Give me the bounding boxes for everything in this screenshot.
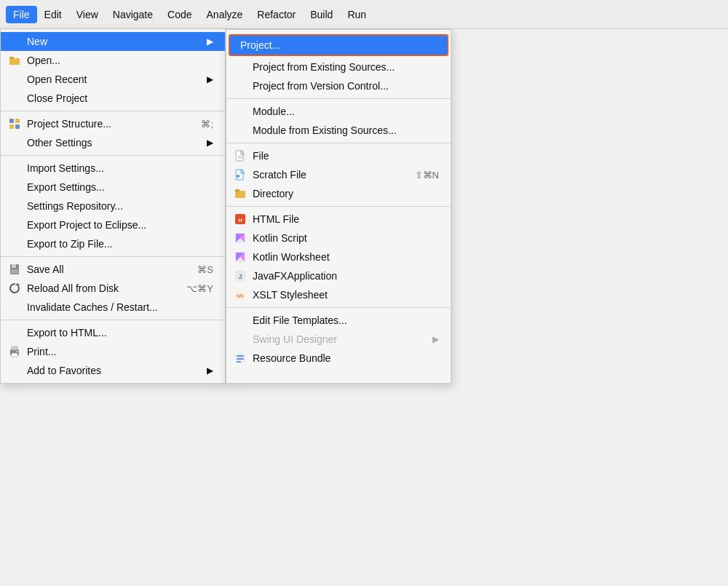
svg-marker-9 [15,283,20,285]
print-icon [8,345,21,358]
menubar-code[interactable]: Code [160,6,199,23]
menu-item-project-structure[interactable]: Project Structure... ⌘; [1,114,225,133]
open-label: Open... [27,55,60,66]
javafx-icon: J [234,269,247,282]
menu-item-add-favorites[interactable]: Add to Favorites ▶ [1,361,225,380]
menubar-edit[interactable]: Edit [37,6,69,23]
resource-icon [234,352,247,365]
menu-item-project-vcs[interactable]: Project from Version Control... [226,76,451,95]
svg-rect-7 [12,264,16,268]
open-recent-label: Open Recent [27,74,87,85]
menu-item-export-html[interactable]: Export to HTML... [1,323,225,342]
menu-item-new[interactable]: New ▶ [1,32,225,51]
arrow-icon-favorites: ▶ [207,365,213,376]
save-all-shortcut: ⌘S [180,264,213,275]
menu-item-kotlin-script[interactable]: Kotlin Script [226,229,451,248]
menu-item-other-settings[interactable]: Other Settings ▶ [1,133,225,152]
other-settings-label: Other Settings [27,137,92,149]
project-highlighted-box: Project... [229,34,448,56]
export-eclipse-label: Export Project to Eclipse... [27,219,146,231]
menu-item-export-settings[interactable]: Export Settings... [1,178,225,197]
menu-item-directory[interactable]: Directory [226,184,451,203]
menubar-run[interactable]: Run [340,6,373,23]
svg-text:</>: </> [237,293,244,298]
menu-item-export-eclipse[interactable]: Export Project to Eclipse... [1,215,225,234]
module-existing-label: Module from Existing Sources... [253,124,397,136]
svg-rect-4 [9,124,14,129]
menu-item-print[interactable]: Print... [1,342,225,361]
file-icon [234,149,247,162]
swing-designer-label: Swing UI Designer [253,333,337,345]
kotlin-script-label: Kotlin Script [253,232,307,244]
menu-item-module-existing[interactable]: Module from Existing Sources... [226,121,451,140]
scratch-shortcut: ⇧⌘N [397,170,439,181]
menubar-refactor[interactable]: Refactor [250,6,303,23]
svg-rect-11 [12,347,17,350]
menubar-navigate[interactable]: Navigate [106,6,160,23]
menubar-file[interactable]: File [6,6,37,23]
add-favorites-label: Add to Favorites [27,365,101,376]
svg-rect-20 [235,189,240,192]
menu-item-xslt[interactable]: </> XSLT Stylesheet [226,285,451,304]
import-settings-label: Import Settings... [27,162,104,174]
export-html-label: Export to HTML... [27,327,107,338]
menu-item-project[interactable]: Project... [230,36,447,55]
menu-item-edit-templates[interactable]: Edit File Templates... [226,311,451,330]
close-project-label: Close Project [27,92,87,104]
scratch-icon [234,168,247,181]
project-existing-label: Project from Existing Sources... [253,61,395,73]
menu-item-project-existing[interactable]: Project from Existing Sources... [226,58,451,76]
menu-item-import-settings[interactable]: Import Settings... [1,159,225,178]
export-zip-label: Export to Zip File... [27,238,112,250]
folder-icon [8,54,21,67]
menu-item-invalidate[interactable]: Invalidate Caches / Restart... [1,298,225,317]
edit-templates-label: Edit File Templates... [253,314,347,326]
menu-item-export-zip[interactable]: Export to Zip File... [1,234,225,253]
menu-item-open[interactable]: Open... [1,51,225,70]
svg-rect-35 [237,358,244,360]
project-vcs-label: Project from Version Control... [253,80,389,92]
menu-item-close-project[interactable]: Close Project [1,89,225,108]
invalidate-label: Invalidate Caches / Restart... [27,301,158,313]
xslt-icon: </> [234,288,247,301]
menu-item-resource-bundle[interactable]: Resource Bundle [226,349,451,368]
new-separator-2 [226,143,451,143]
menu-item-swing-designer: Swing UI Designer ▶ [226,330,451,349]
menubar: File Edit View Navigate Code Analyze Ref… [0,0,728,29]
directory-label: Directory [253,188,293,199]
menu-item-javafx[interactable]: J JavaFXApplication [226,266,451,285]
project-struct-icon [8,117,21,130]
separator-1 [1,111,225,111]
html-icon: H [234,213,247,226]
resource-bundle-label: Resource Bundle [253,352,331,364]
menu-item-html-file[interactable]: H HTML File [226,210,451,229]
menubar-analyze[interactable]: Analyze [199,6,250,23]
menu-item-file[interactable]: File [226,146,451,165]
menu-item-settings-repo[interactable]: Settings Repository... [1,197,225,215]
menu-item-open-recent[interactable]: Open Recent ▶ [1,70,225,89]
reload-icon [8,282,21,295]
menu-item-reload[interactable]: Reload All from Disk ⌥⌘Y [1,279,225,298]
file-menu-dropdown: New ▶ Open... Open Recent ▶ Close Projec… [0,29,226,384]
svg-rect-34 [237,355,244,357]
kotlin-worksheet-icon [234,250,247,264]
menu-item-module[interactable]: Module... [226,102,451,121]
arrow-icon-recent: ▶ [207,74,213,84]
menu-item-scratch[interactable]: Scratch File ⇧⌘N [226,165,451,184]
file-label: File [253,150,269,162]
svg-rect-0 [9,58,20,65]
settings-repo-label: Settings Repository... [27,200,123,212]
separator-4 [1,320,225,320]
scratch-label: Scratch File [253,169,306,181]
arrow-icon-swing: ▶ [432,334,439,344]
svg-rect-36 [237,361,241,363]
module-label: Module... [253,106,295,117]
menubar-view[interactable]: View [69,6,106,23]
menu-item-kotlin-worksheet[interactable]: Kotlin Worksheet [226,248,451,266]
menu-item-save-all[interactable]: Save All ⌘S [1,260,225,279]
new-label: New [27,36,47,47]
project-structure-shortcut: ⌘; [183,119,213,130]
svg-point-13 [17,351,18,352]
kotlin-worksheet-label: Kotlin Worksheet [253,251,330,263]
menubar-build[interactable]: Build [303,6,340,23]
